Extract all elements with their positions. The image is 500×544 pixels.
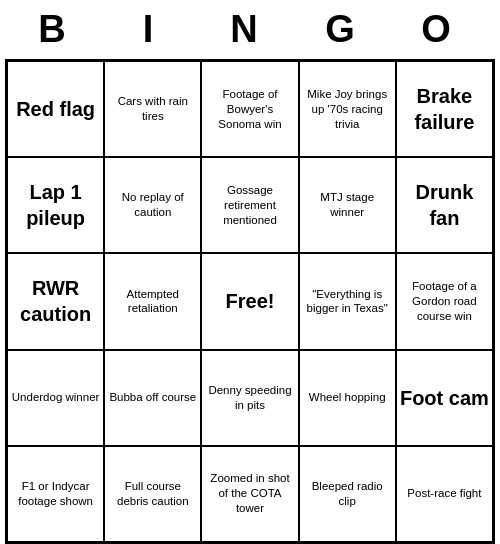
cell-text-14: Footage of a Gordon road course win [400, 279, 489, 324]
bingo-cell-20[interactable]: F1 or Indycar footage shown [7, 446, 104, 542]
bingo-cell-18[interactable]: Wheel hopping [299, 350, 396, 446]
bingo-cell-14[interactable]: Footage of a Gordon road course win [396, 253, 493, 349]
cell-text-20: F1 or Indycar footage shown [11, 479, 100, 509]
letter-o: O [402, 8, 482, 51]
bingo-cell-0[interactable]: Red flag [7, 61, 104, 157]
cell-text-15: Underdog winner [12, 390, 100, 405]
bingo-cell-11[interactable]: Attempted retaliation [104, 253, 201, 349]
letter-g: G [306, 8, 386, 51]
bingo-cell-2[interactable]: Footage of Bowyer's Sonoma win [201, 61, 298, 157]
cell-text-21: Full course debris caution [108, 479, 197, 509]
cell-text-13: "Everything is bigger in Texas" [303, 287, 392, 317]
bingo-cell-24[interactable]: Post-race fight [396, 446, 493, 542]
cell-text-16: Bubba off course [109, 390, 196, 405]
cell-text-5: Lap 1 pileup [11, 179, 100, 231]
bingo-cell-1[interactable]: Cars with rain tires [104, 61, 201, 157]
bingo-cell-22[interactable]: Zoomed in shot of the COTA tower [201, 446, 298, 542]
cell-text-6: No replay of caution [108, 190, 197, 220]
bingo-cell-3[interactable]: Mike Joy brings up '70s racing trivia [299, 61, 396, 157]
cell-text-22: Zoomed in shot of the COTA tower [205, 471, 294, 516]
cell-text-7: Gossage retirement mentioned [205, 183, 294, 228]
cell-text-18: Wheel hopping [309, 390, 386, 405]
cell-text-8: MTJ stage winner [303, 190, 392, 220]
cell-text-0: Red flag [16, 96, 95, 122]
bingo-cell-6[interactable]: No replay of caution [104, 157, 201, 253]
cell-text-12: Free! [226, 288, 275, 314]
cell-text-4: Brake failure [400, 83, 489, 135]
bingo-cell-17[interactable]: Denny speeding in pits [201, 350, 298, 446]
bingo-cell-19[interactable]: Foot cam [396, 350, 493, 446]
bingo-cell-5[interactable]: Lap 1 pileup [7, 157, 104, 253]
bingo-cell-12[interactable]: Free! [201, 253, 298, 349]
letter-i: I [114, 8, 194, 51]
bingo-title: B I N G O [0, 0, 500, 59]
bingo-cell-16[interactable]: Bubba off course [104, 350, 201, 446]
bingo-cell-15[interactable]: Underdog winner [7, 350, 104, 446]
cell-text-1: Cars with rain tires [108, 94, 197, 124]
cell-text-10: RWR caution [11, 275, 100, 327]
bingo-cell-7[interactable]: Gossage retirement mentioned [201, 157, 298, 253]
bingo-cell-9[interactable]: Drunk fan [396, 157, 493, 253]
bingo-cell-10[interactable]: RWR caution [7, 253, 104, 349]
bingo-cell-21[interactable]: Full course debris caution [104, 446, 201, 542]
cell-text-24: Post-race fight [407, 486, 481, 501]
bingo-cell-8[interactable]: MTJ stage winner [299, 157, 396, 253]
cell-text-11: Attempted retaliation [108, 287, 197, 317]
cell-text-2: Footage of Bowyer's Sonoma win [205, 87, 294, 132]
cell-text-17: Denny speeding in pits [205, 383, 294, 413]
bingo-cell-13[interactable]: "Everything is bigger in Texas" [299, 253, 396, 349]
cell-text-3: Mike Joy brings up '70s racing trivia [303, 87, 392, 132]
cell-text-19: Foot cam [400, 385, 489, 411]
cell-text-9: Drunk fan [400, 179, 489, 231]
bingo-cell-23[interactable]: Bleeped radio clip [299, 446, 396, 542]
letter-b: B [18, 8, 98, 51]
bingo-grid: Red flagCars with rain tiresFootage of B… [5, 59, 495, 544]
cell-text-23: Bleeped radio clip [303, 479, 392, 509]
letter-n: N [210, 8, 290, 51]
bingo-cell-4[interactable]: Brake failure [396, 61, 493, 157]
